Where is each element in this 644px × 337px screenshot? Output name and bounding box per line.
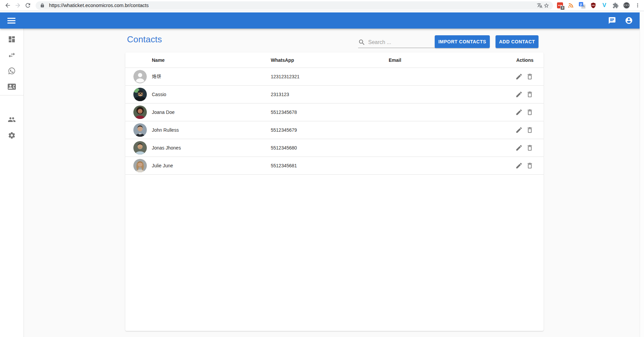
vimeo-icon[interactable]: V bbox=[601, 2, 608, 9]
lock-icon[interactable] bbox=[39, 2, 46, 9]
profile-avatar[interactable] bbox=[623, 2, 630, 9]
whatsapp-icon bbox=[8, 67, 16, 75]
account-circle-icon[interactable] bbox=[625, 16, 633, 25]
search-input[interactable] bbox=[368, 39, 445, 45]
page-scrollbar[interactable] bbox=[640, 11, 644, 337]
browser-toolbar: https://whaticket.economicros.com.br/con… bbox=[0, 0, 644, 11]
sidebar-item-settings[interactable] bbox=[4, 131, 20, 139]
delete-icon[interactable] bbox=[526, 73, 533, 80]
search-icon bbox=[358, 39, 366, 46]
back-button[interactable] bbox=[3, 0, 13, 10]
edit-icon[interactable] bbox=[515, 109, 523, 116]
table-header-row: Name WhatsApp Email Actions bbox=[125, 52, 544, 68]
app-bar bbox=[0, 12, 644, 29]
column-header-whatsapp: WhatsApp bbox=[271, 57, 389, 63]
contact-whatsapp: 2313123 bbox=[271, 92, 389, 97]
svg-text:UO: UO bbox=[592, 4, 595, 6]
refresh-button[interactable] bbox=[23, 0, 33, 10]
sidebar-item-dashboard[interactable] bbox=[4, 35, 20, 43]
bookmark-star-icon[interactable] bbox=[543, 2, 550, 9]
delete-icon[interactable] bbox=[526, 144, 533, 152]
table-row: Cassio 2313123 bbox=[125, 86, 544, 103]
extension-badge: 3 bbox=[560, 6, 565, 10]
sidebar-divider bbox=[0, 95, 24, 95]
sidebar-item-tickets[interactable] bbox=[4, 67, 20, 75]
sidebar-item-contacts[interactable] bbox=[4, 83, 20, 91]
ublock-icon[interactable]: UO bbox=[590, 2, 597, 9]
edit-icon[interactable] bbox=[515, 91, 523, 98]
contact-phone-icon bbox=[8, 83, 16, 91]
puzzle-icon[interactable] bbox=[612, 2, 619, 9]
translate-extension-icon[interactable] bbox=[578, 2, 586, 9]
contacts-card: Name WhatsApp Email Actions bbox=[125, 52, 544, 331]
main-content: Contacts IMPORT CONTACTS ADD CONTACT Nam… bbox=[24, 29, 644, 337]
contact-whatsapp: 12312312321 bbox=[271, 74, 389, 79]
edit-icon[interactable] bbox=[515, 73, 523, 80]
contact-whatsapp: 5512345680 bbox=[271, 145, 389, 151]
page-title: Contacts bbox=[127, 34, 162, 45]
menu-icon[interactable] bbox=[7, 16, 15, 25]
edit-icon[interactable] bbox=[515, 126, 523, 134]
delete-icon[interactable] bbox=[526, 126, 533, 134]
delete-icon[interactable] bbox=[526, 91, 533, 98]
table-row: Jonas Jhones 5512345680 bbox=[125, 139, 544, 157]
contacts-table-body: 烙饼 12312312321 bbox=[125, 68, 544, 175]
more-menu-icon[interactable] bbox=[634, 2, 641, 9]
sidebar-item-users[interactable] bbox=[4, 116, 20, 124]
contact-avatar bbox=[133, 106, 147, 119]
column-header-email: Email bbox=[389, 57, 497, 63]
contact-avatar bbox=[133, 123, 147, 137]
dashboard-icon bbox=[8, 35, 16, 43]
edit-icon[interactable] bbox=[515, 162, 523, 169]
contact-avatar bbox=[133, 70, 147, 83]
forward-button[interactable] bbox=[13, 0, 23, 10]
rss-icon[interactable] bbox=[567, 2, 575, 9]
contact-name: John Rulless bbox=[152, 127, 271, 133]
arrow-back-icon bbox=[4, 2, 11, 9]
extensions-area: 3 UO V bbox=[556, 2, 644, 9]
contact-name: Jonas Jhones bbox=[152, 145, 271, 151]
refresh-icon bbox=[25, 2, 31, 9]
sidebar-drawer bbox=[0, 29, 24, 337]
delete-icon[interactable] bbox=[526, 162, 533, 169]
address-bar[interactable]: https://whaticket.economicros.com.br/con… bbox=[36, 1, 553, 10]
contact-name: Joana Doe bbox=[152, 110, 271, 115]
swap-horiz-icon bbox=[8, 51, 16, 59]
contact-avatar bbox=[133, 141, 147, 155]
contact-whatsapp: 5512345679 bbox=[271, 127, 389, 133]
contact-avatar bbox=[133, 88, 147, 101]
column-header-name: Name bbox=[152, 57, 271, 63]
import-contacts-button[interactable]: IMPORT CONTACTS bbox=[435, 35, 490, 48]
contact-name: Julie June bbox=[152, 163, 271, 168]
people-icon bbox=[8, 116, 16, 124]
contact-name: 烙饼 bbox=[152, 74, 271, 80]
edit-icon[interactable] bbox=[515, 144, 523, 152]
table-row: John Rulless 5512345679 bbox=[125, 121, 544, 139]
column-header-actions: Actions bbox=[516, 57, 544, 63]
chat-icon[interactable] bbox=[608, 16, 616, 25]
red-extension-icon[interactable]: 3 bbox=[556, 2, 564, 9]
table-row: 烙饼 12312312321 bbox=[125, 68, 544, 86]
sidebar-item-connections[interactable] bbox=[4, 51, 20, 59]
contact-name: Cassio bbox=[152, 92, 271, 97]
arrow-forward-icon bbox=[14, 2, 21, 9]
table-row: Julie June 5512345681 bbox=[125, 157, 544, 175]
delete-icon[interactable] bbox=[526, 109, 533, 116]
translate-page-icon[interactable] bbox=[536, 2, 543, 9]
settings-icon bbox=[8, 131, 16, 139]
table-row: Joana Doe 5512345678 bbox=[125, 103, 544, 121]
add-contact-button[interactable]: ADD CONTACT bbox=[496, 35, 539, 48]
contact-whatsapp: 5512345681 bbox=[271, 163, 389, 168]
contact-whatsapp: 5512345678 bbox=[271, 110, 389, 115]
contact-avatar bbox=[133, 159, 147, 172]
url-text[interactable]: https://whaticket.economicros.com.br/con… bbox=[49, 3, 536, 8]
